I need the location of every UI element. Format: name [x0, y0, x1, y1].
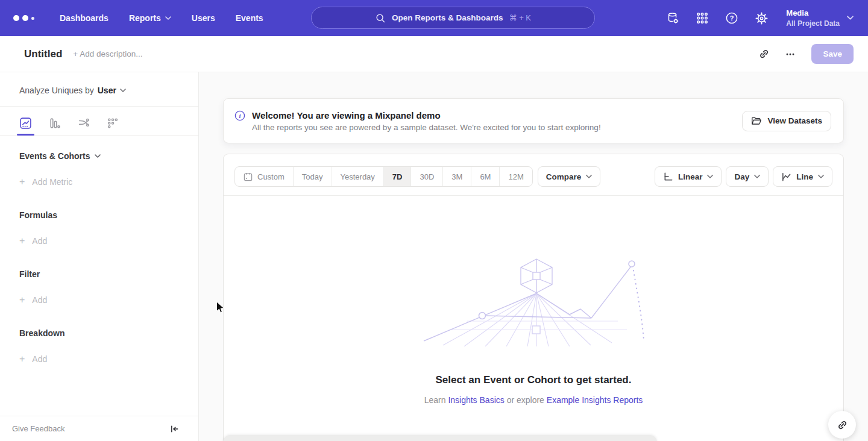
- report-title[interactable]: Untitled: [24, 48, 62, 60]
- section-events-cohorts: Events & Cohorts + Add Metric: [19, 151, 179, 187]
- top-navigation: Dashboards Reports Users Events Open Rep…: [0, 0, 868, 36]
- nav-events[interactable]: Events: [236, 13, 263, 23]
- nav-users[interactable]: Users: [192, 13, 215, 23]
- nav-right-cluster: ? Media All Project Data: [665, 0, 854, 36]
- add-metric-button[interactable]: + Add Metric: [19, 177, 179, 187]
- tab-insights[interactable]: [18, 114, 33, 135]
- more-options-icon[interactable]: [780, 44, 800, 64]
- plus-icon: +: [19, 236, 25, 246]
- add-formula-button[interactable]: + Add: [19, 236, 179, 246]
- main-nav: Dashboards Reports Users Events: [60, 13, 263, 23]
- bar-chart-icon: [48, 117, 61, 130]
- collapse-sidebar-icon[interactable]: [170, 425, 179, 433]
- save-button[interactable]: Save: [811, 44, 854, 64]
- query-sections: Events & Cohorts + Add Metric Formulas +…: [0, 136, 198, 387]
- range-30d[interactable]: 30D: [410, 167, 442, 186]
- empty-state: Select an Event or Cohort to get started…: [224, 196, 843, 441]
- chevron-down-icon: [165, 16, 171, 20]
- range-label: 7D: [392, 172, 403, 181]
- mixpanel-app: Dashboards Reports Users Events Open Rep…: [0, 0, 868, 441]
- analyze-value: User: [98, 86, 116, 95]
- range-label: 6M: [480, 172, 491, 181]
- settings-gear-icon[interactable]: [754, 11, 769, 25]
- banner-title: Welcome! You are viewing a Mixpanel demo: [252, 110, 601, 120]
- svg-text:i: i: [239, 113, 241, 119]
- add-breakdown-button[interactable]: + Add: [19, 354, 179, 364]
- nav-users-label: Users: [192, 13, 215, 23]
- chart-type-dropdown[interactable]: Line: [773, 166, 832, 187]
- plus-icon: +: [19, 295, 25, 305]
- share-link-fab[interactable]: [828, 411, 856, 439]
- analyze-row: Analyze Uniques by User: [0, 72, 198, 107]
- report-header: Untitled + Add description... Save: [0, 36, 868, 72]
- linear-axis-icon: [663, 172, 673, 182]
- search-bar[interactable]: Open Reports & Dashboards ⌘ + K: [311, 7, 595, 29]
- analyze-by-dropdown[interactable]: User: [98, 86, 126, 95]
- chevron-down-icon: [586, 175, 592, 178]
- section-title: Filter: [19, 269, 40, 279]
- search-shortcut: ⌘ + K: [509, 13, 532, 22]
- project-name: Media: [786, 8, 840, 19]
- nav-dashboards[interactable]: Dashboards: [60, 13, 108, 23]
- report-type-tabs: [0, 107, 198, 136]
- give-feedback-link[interactable]: Give Feedback: [12, 424, 64, 433]
- hint-middle: or explore: [507, 395, 544, 405]
- range-3m[interactable]: 3M: [442, 167, 471, 186]
- banner-subtitle: All the reports you see are powered by a…: [252, 123, 601, 132]
- add-filter-button[interactable]: + Add: [19, 295, 179, 305]
- range-yesterday[interactable]: Yesterday: [332, 167, 383, 186]
- sidebar-footer: Give Feedback: [0, 416, 198, 441]
- range-label: 12M: [508, 172, 523, 181]
- apps-grid-icon[interactable]: [695, 11, 709, 25]
- bottom-panel-edge[interactable]: [223, 435, 657, 441]
- dots-grid-icon: [106, 117, 119, 130]
- tab-funnels[interactable]: [47, 114, 62, 135]
- section-title: Events & Cohorts: [19, 151, 90, 161]
- mixpanel-logo-icon[interactable]: [13, 15, 34, 21]
- line-chart-icon: [781, 172, 791, 182]
- scale-dropdown[interactable]: Linear: [655, 166, 722, 187]
- chevron-down-icon: [707, 175, 713, 178]
- project-scope: All Project Data: [786, 19, 840, 28]
- range-label: Yesterday: [341, 172, 375, 181]
- view-datasets-button[interactable]: View Datasets: [742, 111, 831, 131]
- compare-dropdown[interactable]: Compare: [538, 166, 601, 187]
- help-icon[interactable]: ?: [725, 11, 739, 25]
- empty-state-title: Select an Event or Cohort to get started…: [436, 374, 632, 386]
- info-icon: i: [234, 110, 245, 121]
- link-icon: [837, 419, 848, 431]
- range-custom[interactable]: Custom: [235, 167, 293, 186]
- section-formulas: Formulas + Add: [19, 210, 179, 246]
- example-reports-link[interactable]: Example Insights Reports: [547, 395, 643, 405]
- chevron-down-icon: [818, 175, 824, 178]
- interval-dropdown[interactable]: Day: [726, 166, 769, 187]
- insights-basics-link[interactable]: Insights Basics: [448, 395, 504, 405]
- nav-dashboards-label: Dashboards: [60, 13, 108, 23]
- view-datasets-label: View Datasets: [767, 116, 822, 125]
- project-switcher[interactable]: Media All Project Data: [786, 8, 854, 28]
- chevron-down-icon: [95, 154, 101, 158]
- range-7d[interactable]: 7D: [383, 167, 411, 186]
- tab-flows[interactable]: [76, 114, 91, 135]
- range-12m[interactable]: 12M: [499, 167, 532, 186]
- report-description-placeholder[interactable]: + Add description...: [73, 49, 142, 58]
- data-management-icon[interactable]: [665, 11, 680, 25]
- plus-icon: +: [19, 177, 25, 187]
- events-cohorts-dropdown[interactable]: Events & Cohorts: [19, 151, 179, 161]
- insights-report-card: Custom Today Yesterday 7D 30D 3M 6M 12M …: [223, 154, 844, 441]
- calendar-icon: [244, 172, 253, 181]
- tab-retention[interactable]: [105, 114, 120, 135]
- nav-reports-label: Reports: [129, 13, 161, 23]
- nav-reports[interactable]: Reports: [129, 13, 171, 23]
- main-panel: i Welcome! You are viewing a Mixpanel de…: [199, 72, 868, 441]
- chart-type-label: Line: [796, 172, 813, 181]
- copy-link-icon[interactable]: [753, 44, 774, 64]
- compare-label: Compare: [546, 172, 582, 181]
- add-breakdown-label: Add: [32, 354, 47, 364]
- query-builder-sidebar: Analyze Uniques by User: [0, 72, 199, 441]
- range-today[interactable]: Today: [293, 167, 332, 186]
- chevron-down-icon: [754, 175, 760, 178]
- range-6m[interactable]: 6M: [471, 167, 499, 186]
- chart-toolbar: Custom Today Yesterday 7D 30D 3M 6M 12M …: [224, 154, 843, 196]
- range-label: 30D: [420, 172, 434, 181]
